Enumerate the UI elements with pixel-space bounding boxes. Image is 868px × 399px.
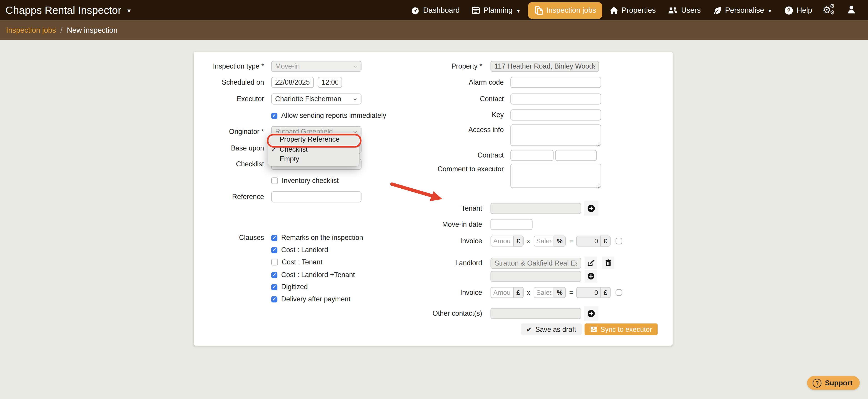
executor-row: Executor Charlotte Fischerman: [194, 94, 362, 105]
nav-inspection-jobs[interactable]: Inspection jobs: [528, 2, 602, 19]
add-other-contact-button[interactable]: [584, 306, 598, 321]
contact-input[interactable]: [510, 94, 601, 105]
breadcrumb-current: New inspection: [67, 26, 118, 34]
scheduled-date-input[interactable]: [271, 77, 314, 88]
alarm-code-input[interactable]: [510, 77, 601, 88]
nav-personalise[interactable]: Personalise ▼: [708, 2, 777, 18]
invoice-total-input[interactable]: [577, 236, 600, 247]
nav-dashboard[interactable]: Dashboard: [406, 2, 465, 18]
move-in-date-input[interactable]: [490, 219, 532, 230]
breadcrumb-inspection-jobs[interactable]: Inspection jobs: [6, 26, 56, 34]
nav-label: Inspection jobs: [546, 6, 596, 14]
breadcrumb: Inspection jobs / New inspection: [0, 21, 868, 40]
nav-planning[interactable]: Planning ▼: [467, 3, 526, 18]
inventory-checklist-row: Inventory checklist: [271, 177, 339, 185]
scheduled-on-label: Scheduled on: [194, 78, 264, 86]
currency-addon: £: [513, 236, 524, 247]
invoice-sales-input[interactable]: [533, 236, 554, 247]
settings-button[interactable]: ⚙⚙⚙: [819, 1, 840, 19]
nav-label: Properties: [622, 6, 656, 14]
clauses-row-5: Digitized: [271, 283, 308, 291]
contract-input-2[interactable]: [555, 150, 597, 161]
access-info-row: Access info: [388, 124, 601, 148]
dropdown-option-empty[interactable]: Empty: [268, 154, 359, 164]
other-contacts-input[interactable]: [490, 308, 581, 319]
landlord-add-row: [388, 270, 597, 282]
add-landlord-button[interactable]: [585, 270, 597, 282]
property-input[interactable]: [490, 61, 599, 72]
contact-label: Contact: [388, 95, 504, 103]
nav-users[interactable]: Users: [663, 3, 706, 18]
scheduled-time-input[interactable]: [318, 77, 342, 88]
move-in-date-label: Move-in date: [388, 221, 482, 228]
invoice-row-1: Invoice £ x % = £: [388, 236, 622, 247]
brand-menu[interactable]: Chapps Rental Inspector ▼: [5, 4, 132, 16]
landlord-secondary-input[interactable]: [490, 271, 581, 282]
invoice-amount-input[interactable]: [490, 236, 513, 247]
contract-input-1[interactable]: [510, 150, 554, 161]
invoice2-total-input[interactable]: [577, 287, 600, 298]
dropdown-option-property-reference[interactable]: Property Reference: [268, 134, 359, 144]
delete-landlord-button[interactable]: [602, 257, 614, 269]
key-input[interactable]: [510, 109, 601, 121]
clauses-row-6: Delivery after payment: [271, 295, 351, 303]
leaf-icon: [713, 6, 722, 15]
chevron-down-icon: ▼: [516, 8, 521, 13]
chevron-down-icon: [353, 64, 358, 69]
brand-title: Chapps Rental Inspector: [5, 4, 121, 16]
nav-help[interactable]: ? Help: [780, 2, 817, 18]
add-tenant-button[interactable]: [584, 201, 598, 215]
clauses-row-4: Cost : Landlord +Tenant: [271, 271, 355, 279]
currency-addon: £: [600, 287, 611, 298]
invoice2-checkbox[interactable]: [616, 289, 622, 296]
landlord-input[interactable]: [490, 257, 581, 268]
sync-device-icon: [590, 326, 597, 333]
account-button[interactable]: [842, 1, 860, 19]
clause-cost-tenant-checkbox[interactable]: [271, 259, 278, 265]
save-as-draft-button[interactable]: ✔ Save as draft: [521, 324, 582, 335]
support-button[interactable]: ? Support: [807, 376, 860, 390]
check-icon: ✔: [526, 326, 532, 333]
sync-to-executor-button[interactable]: Sync to executor: [584, 324, 658, 335]
top-navbar: Chapps Rental Inspector ▼ Dashboard Plan…: [0, 0, 868, 21]
chevron-down-icon: [353, 96, 358, 101]
clause-cost-tenant-label: Cost : Tenant: [282, 258, 322, 266]
gears-icon: ⚙⚙⚙: [824, 5, 836, 16]
tenant-input[interactable]: [490, 203, 581, 214]
clauses-row-3: Cost : Tenant: [271, 258, 322, 266]
clause-digitized-label: Digitized: [281, 283, 308, 291]
nav-label: Help: [797, 6, 812, 14]
clause-delivery-checkbox[interactable]: [271, 296, 277, 302]
clause-digitized-checkbox[interactable]: [271, 284, 277, 290]
other-contacts-label: Other contact(s): [388, 309, 482, 317]
invoice2-sales-input[interactable]: [533, 287, 554, 298]
allow-sending-row: Allow sending reports immediately: [271, 112, 386, 120]
trash-icon: [605, 259, 612, 267]
edit-landlord-button[interactable]: [585, 257, 597, 269]
comment-to-executor-textarea[interactable]: [510, 164, 601, 188]
inspection-type-select[interactable]: Move-in: [271, 61, 362, 72]
reference-input[interactable]: [271, 191, 362, 202]
svg-text:?: ?: [787, 7, 791, 13]
executor-label: Executor: [194, 95, 264, 103]
plus-circle-icon: [587, 273, 595, 280]
access-info-textarea[interactable]: [510, 124, 601, 146]
comment-to-executor-label: Comment to executor: [388, 165, 504, 173]
users-icon: [668, 6, 678, 14]
clause-remarks-checkbox[interactable]: [271, 235, 277, 241]
executor-select[interactable]: Charlotte Fischerman: [271, 94, 362, 105]
chevron-down-icon: ▼: [767, 8, 772, 13]
move-in-date-row: Move-in date: [388, 219, 532, 230]
landlord-row: Landlord: [388, 257, 614, 269]
inventory-checklist-checkbox[interactable]: [271, 177, 278, 184]
clauses-row-1: Clauses Remarks on the inspection: [194, 234, 363, 242]
other-contacts-row: Other contact(s): [388, 306, 598, 321]
allow-sending-checkbox[interactable]: [271, 112, 277, 119]
invoice-checkbox[interactable]: [616, 238, 622, 244]
clause-cost-landlord-checkbox[interactable]: [271, 247, 277, 253]
invoice2-amount-input[interactable]: [490, 287, 513, 298]
dropdown-option-checklist[interactable]: ✓ Checklist: [268, 144, 359, 154]
plus-circle-icon: [587, 204, 595, 212]
clause-cost-landlord-tenant-checkbox[interactable]: [271, 272, 277, 278]
nav-properties[interactable]: Properties: [604, 2, 660, 18]
